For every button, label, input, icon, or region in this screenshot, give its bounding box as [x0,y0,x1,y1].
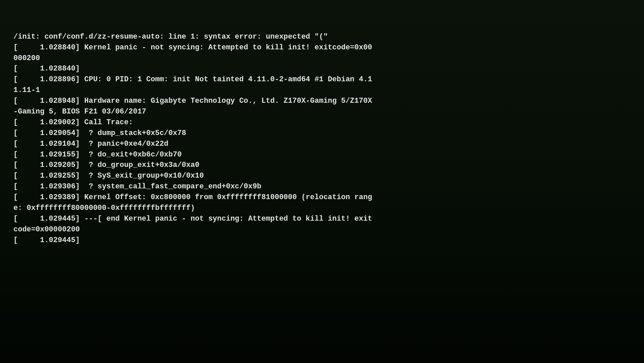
terminal-line: 1.11-1 [13,85,631,96]
terminal-line: [ 1.029155] ? do_exit+0xb6c/0xb70 [13,149,631,160]
terminal-line: [ 1.029002] Call Trace: [13,117,631,128]
terminal-line: [ 1.029054] ? dump_stack+0x5c/0x78 [13,128,631,139]
terminal-line: [ 1.028948] Hardware name: Gigabyte Tech… [13,96,631,106]
terminal-line: /init: conf/conf.d/zz-resume-auto: line … [13,32,631,42]
terminal-line: [ 1.028840] [13,63,631,74]
terminal-line: 000200 [13,53,631,64]
terminal-line: [ 1.029445] ---[ end Kernel panic - not … [13,214,631,224]
terminal-line: [ 1.029389] Kernel Offset: 0xc800000 fro… [13,192,631,203]
terminal-line: [ 1.028840] Kernel panic - not syncing: … [13,42,631,53]
terminal-line: [ 1.029306] ? system_call_fast_compare_e… [13,181,631,192]
terminal-line: [ 1.029255] ? SyS_exit_group+0x10/0x10 [13,171,631,181]
terminal-line: -Gaming 5, BIOS F21 03/06/2017 [13,106,631,117]
terminal-line: [ 1.028896] CPU: 0 PID: 1 Comm: init Not… [13,74,631,85]
terminal-line: [ 1.029104] ? panic+0xe4/0x22d [13,139,631,149]
terminal-screen: /init: conf/conf.d/zz-resume-auto: line … [0,0,644,363]
terminal-line: e: 0xffffffff80000000-0xffffffffbfffffff… [13,203,631,214]
terminal-line: [ 1.029205] ? do_group_exit+0x3a/0xa0 [13,160,631,171]
terminal-output: /init: conf/conf.d/zz-resume-auto: line … [13,32,631,246]
terminal-line: code=0x00000200 [13,224,631,235]
terminal-line: [ 1.029445] [13,235,631,246]
